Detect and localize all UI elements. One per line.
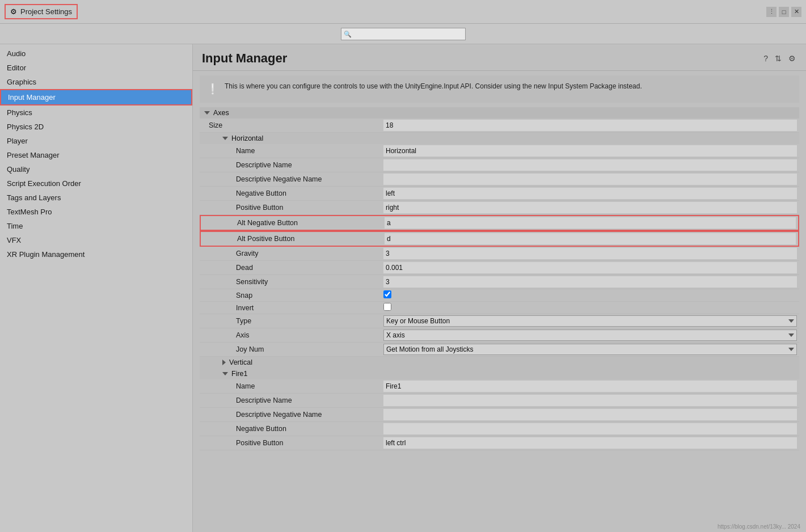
- settings-section: Axes Size Horizontal Name: [193, 107, 806, 473]
- fire1-desc-name-value: [381, 394, 799, 407]
- horiz-alt-pos-btn-value: [382, 232, 798, 246]
- sidebar-item-physics[interactable]: Physics: [0, 105, 192, 120]
- axes-header[interactable]: Axes: [200, 107, 799, 119]
- sidebar-item-audio[interactable]: Audio: [0, 47, 192, 61]
- horiz-desc-name-label: Descriptive Name: [200, 159, 381, 171]
- content-area: Input Manager ? ⇅ ⚙ ❕ This is where you …: [193, 44, 806, 532]
- horiz-desc-name-row: Descriptive Name: [200, 158, 799, 172]
- sidebar-item-graphics[interactable]: Graphics: [0, 75, 192, 89]
- horiz-desc-neg-name-input[interactable]: [383, 174, 797, 185]
- sidebar-item-physics-2d[interactable]: Physics 2D: [0, 120, 192, 134]
- horiz-dead-input[interactable]: [383, 262, 797, 273]
- horizontal-label: Horizontal: [231, 134, 263, 142]
- info-box: ❕ This is where you can configure the co…: [200, 75, 799, 103]
- horiz-neg-btn-label: Negative Button: [200, 188, 381, 199]
- horiz-name-value: [381, 144, 799, 158]
- horiz-alt-pos-btn-input[interactable]: [385, 233, 796, 244]
- horiz-joy-num-value: Get Motion from all Joysticks Joystick 1…: [381, 343, 799, 356]
- horiz-alt-neg-btn-input[interactable]: [385, 217, 796, 229]
- sidebar: Audio Editor Graphics Input Manager Phys…: [0, 44, 193, 532]
- close-button[interactable]: ✕: [791, 7, 801, 17]
- size-input[interactable]: [383, 120, 797, 131]
- sidebar-item-player[interactable]: Player: [0, 134, 192, 148]
- horizontal-collapse-icon: [222, 137, 228, 140]
- horiz-invert-value: [381, 302, 799, 314]
- gear-icon: ⚙: [10, 7, 17, 16]
- horiz-dead-value: [381, 261, 799, 275]
- horizontal-header[interactable]: Horizontal: [200, 133, 799, 144]
- sidebar-item-script-execution-order[interactable]: Script Execution Order: [0, 176, 192, 191]
- fire1-label: Fire1: [231, 370, 247, 378]
- horiz-alt-neg-btn-row: Alt Negative Button: [200, 215, 799, 231]
- menu-button[interactable]: ⋮: [766, 7, 777, 17]
- vertical-collapse-icon: [222, 360, 226, 365]
- horiz-dead-label: Dead: [200, 262, 381, 273]
- layout-button[interactable]: ⇅: [774, 53, 783, 64]
- fire1-pos-btn-row: Positive Button: [200, 436, 799, 450]
- horiz-type-value: Key or Mouse Button Mouse Movement Joyst…: [381, 314, 799, 328]
- horiz-sensitivity-label: Sensitivity: [200, 276, 381, 288]
- horiz-axis-label: Axis: [200, 330, 381, 341]
- horiz-axis-row: Axis X axis Y axis 3rd axis 4th axis: [200, 328, 799, 343]
- horiz-sensitivity-value: [381, 275, 799, 289]
- horiz-joy-num-label: Joy Num: [200, 344, 381, 355]
- horiz-snap-value: [381, 289, 799, 301]
- horiz-type-label: Type: [200, 315, 381, 327]
- fire1-header[interactable]: Fire1: [200, 368, 799, 379]
- horiz-axis-select[interactable]: X axis Y axis 3rd axis 4th axis: [383, 330, 797, 341]
- sidebar-item-vfx[interactable]: VFX: [0, 233, 192, 247]
- content-title: Input Manager: [202, 51, 287, 66]
- fire1-desc-name-input[interactable]: [383, 395, 797, 406]
- sidebar-item-time[interactable]: Time: [0, 219, 192, 233]
- horiz-pos-btn-input[interactable]: [383, 202, 797, 213]
- sidebar-item-xr-plugin-management[interactable]: XR Plugin Management: [0, 247, 192, 261]
- fire1-neg-btn-input[interactable]: [383, 423, 797, 434]
- fire1-neg-btn-value: [381, 422, 799, 436]
- help-button[interactable]: ?: [762, 53, 769, 64]
- horiz-alt-pos-btn-row: Alt Positive Button: [200, 231, 799, 247]
- fire1-neg-btn-label: Negative Button: [200, 423, 381, 434]
- horiz-invert-row: Invert: [200, 302, 799, 314]
- settings-button[interactable]: ⚙: [787, 53, 797, 64]
- horiz-desc-neg-name-row: Descriptive Negative Name: [200, 172, 799, 187]
- horiz-name-input[interactable]: [383, 145, 797, 157]
- horiz-name-row: Name: [200, 144, 799, 158]
- horiz-desc-name-input[interactable]: [383, 159, 797, 171]
- horiz-gravity-input[interactable]: [383, 248, 797, 259]
- vertical-header[interactable]: Vertical: [200, 357, 799, 368]
- sidebar-item-quality[interactable]: Quality: [0, 162, 192, 176]
- fire1-desc-neg-name-input[interactable]: [383, 409, 797, 420]
- horiz-type-select[interactable]: Key or Mouse Button Mouse Movement Joyst…: [383, 315, 797, 327]
- horiz-alt-pos-btn-label: Alt Positive Button: [201, 233, 382, 244]
- search-icon: 🔍: [344, 30, 352, 37]
- horiz-neg-btn-input[interactable]: [383, 188, 797, 199]
- horiz-invert-checkbox[interactable]: [383, 303, 391, 311]
- info-text: This is where you can configure the cont…: [225, 81, 642, 91]
- horiz-sensitivity-input[interactable]: [383, 276, 797, 288]
- fire1-desc-neg-name-value: [381, 408, 799, 421]
- fire1-name-input[interactable]: [383, 381, 797, 392]
- search-input[interactable]: [341, 28, 466, 40]
- horiz-name-label: Name: [200, 145, 381, 157]
- fire1-desc-neg-name-row: Descriptive Negative Name: [200, 408, 799, 422]
- sidebar-item-editor[interactable]: Editor: [0, 61, 192, 75]
- horiz-snap-checkbox[interactable]: [383, 290, 391, 298]
- title-bar-left: ⚙ Project Settings: [5, 4, 78, 19]
- horiz-joy-num-row: Joy Num Get Motion from all Joysticks Jo…: [200, 343, 799, 357]
- horiz-desc-neg-name-label: Descriptive Negative Name: [200, 174, 381, 185]
- horiz-type-row: Type Key or Mouse Button Mouse Movement …: [200, 314, 799, 328]
- sidebar-item-preset-manager[interactable]: Preset Manager: [0, 148, 192, 162]
- maximize-button[interactable]: □: [779, 7, 789, 17]
- fire1-collapse-icon: [222, 372, 228, 375]
- fire1-pos-btn-input[interactable]: [383, 437, 797, 449]
- sidebar-item-tags-and-layers[interactable]: Tags and Layers: [0, 191, 192, 205]
- size-row: Size: [200, 119, 799, 133]
- info-icon: ❕: [206, 82, 219, 97]
- fire1-pos-btn-label: Positive Button: [200, 437, 381, 449]
- sidebar-item-textmesh-pro[interactable]: TextMesh Pro: [0, 205, 192, 219]
- horiz-neg-btn-row: Negative Button: [200, 187, 799, 201]
- horiz-joy-num-select[interactable]: Get Motion from all Joysticks Joystick 1…: [383, 344, 797, 355]
- sidebar-item-input-manager[interactable]: Input Manager: [0, 89, 192, 105]
- search-bar: 🔍: [0, 24, 806, 44]
- axes-collapse-icon: [204, 111, 210, 115]
